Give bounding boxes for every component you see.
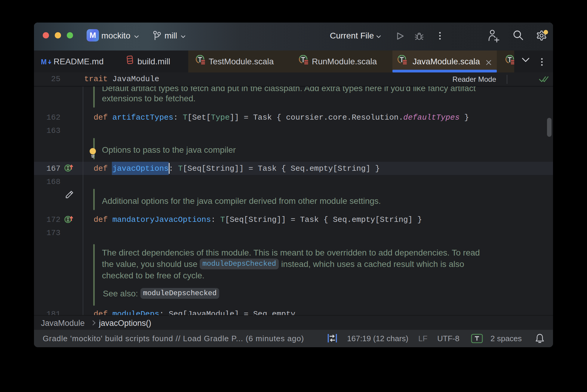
svg-text:M: M [41,59,47,66]
